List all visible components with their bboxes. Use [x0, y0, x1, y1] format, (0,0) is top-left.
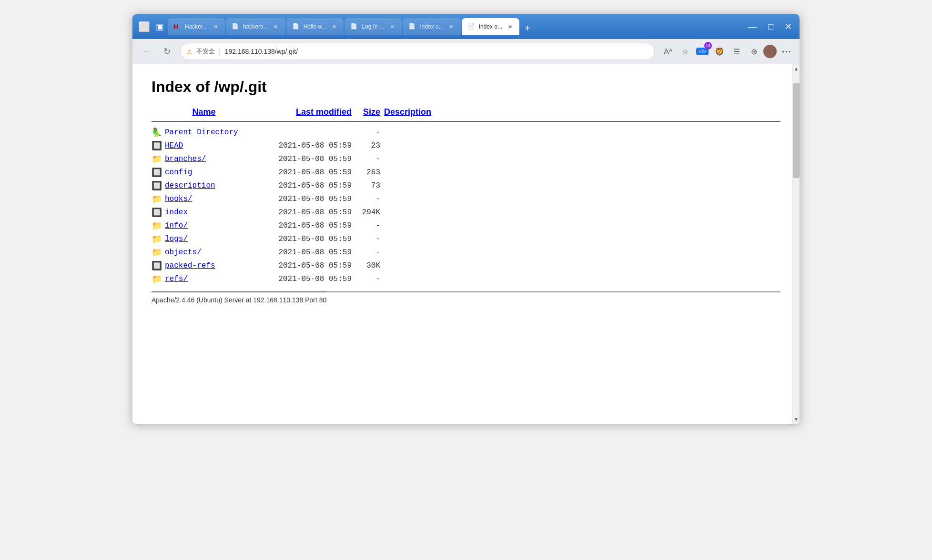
tab-favicon-3: 📄 — [292, 23, 300, 30]
header-name-link[interactable]: Name — [192, 107, 215, 117]
scrollbar[interactable]: ▲ ▼ — [792, 64, 800, 424]
head-link[interactable]: HEAD — [165, 141, 183, 150]
table-header: Name Last modified Size Description — [152, 107, 780, 122]
config-modified: 2021-05-08 05:59 — [256, 168, 352, 177]
server-footer: Apache/2.4.46 (Ubuntu) Server at 192.168… — [152, 291, 326, 304]
directory-listing: Name Last modified Size Description 🦜 Pa… — [152, 107, 780, 305]
refs-size: - — [352, 275, 380, 283]
row-config: 🔲 config 2021-05-08 05:59 263 — [152, 166, 780, 179]
objects-modified: 2021-05-08 05:59 — [256, 248, 352, 257]
tab-index-6[interactable]: 📄 Index o... ✕ — [462, 18, 519, 35]
tab-hackero[interactable]: 📄 hackero... ✕ — [226, 18, 285, 35]
refs-modified: 2021-05-08 05:59 — [256, 275, 352, 283]
header-size-link[interactable]: Size — [363, 107, 380, 117]
more-options-button[interactable]: ⋯ — [779, 44, 794, 59]
page-title: Index of /wp/.git — [152, 78, 780, 96]
config-size: 263 — [352, 168, 380, 177]
header-modified-link[interactable]: Last modified — [296, 107, 352, 117]
description-size: 73 — [352, 181, 380, 190]
maximize-button[interactable]: □ — [764, 20, 777, 33]
refresh-button[interactable]: ↻ — [159, 44, 174, 59]
packed-refs-size: 30K — [352, 261, 380, 270]
hooks-modified: 2021-05-08 05:59 — [256, 195, 352, 203]
tab-close-2[interactable]: ✕ — [272, 23, 280, 30]
index-link[interactable]: index — [165, 208, 188, 217]
tab-close-6[interactable]: ✕ — [506, 23, 514, 30]
security-text: 不安全 — [196, 47, 215, 56]
scrollbar-thumb[interactable] — [793, 83, 800, 178]
tab-close-4[interactable]: ✕ — [388, 23, 396, 30]
parent-dir-link[interactable]: Parent Directory — [165, 128, 238, 137]
tab-hacker[interactable]: H Hacker... ✕ — [168, 18, 225, 35]
branches-folder-icon: 📁 — [152, 154, 162, 164]
info-link[interactable]: info/ — [165, 221, 188, 230]
scroll-up-arrow[interactable]: ▲ — [792, 64, 800, 73]
logs-size: - — [352, 235, 380, 243]
tab-title-2: hackero... — [243, 23, 268, 30]
tab-close-1[interactable]: ✕ — [212, 23, 219, 30]
parent-dir-modified — [256, 128, 352, 137]
packed-refs-link[interactable]: packed-refs — [165, 261, 215, 270]
tab-login[interactable]: 📄 Log In ... ✕ — [344, 18, 402, 35]
objects-size: - — [352, 248, 380, 257]
new-tab-button[interactable]: + — [520, 21, 535, 35]
extensions-badge: 16 — [704, 42, 712, 50]
config-link[interactable]: config — [165, 168, 192, 177]
row-branches: 📁 branches/ 2021-05-08 05:59 - — [152, 152, 780, 166]
browser-window: ⬜ ▣ H Hacker... ✕ 📄 hackero... ✕ 📄 Hello… — [132, 14, 800, 424]
tab-favicon-1: H — [173, 23, 181, 30]
url-display: 192.168.110.138/wp/.git/ — [225, 48, 648, 55]
refs-folder-icon: 📁 — [152, 274, 162, 284]
index-size: 294K — [352, 208, 380, 217]
refs-link[interactable]: refs/ — [165, 275, 188, 283]
branches-size: - — [352, 155, 380, 163]
objects-link[interactable]: objects/ — [165, 248, 202, 257]
toolbar-actions: Aᴬ ☆ </> 16 🦁 ☰ ⊕ ⋯ — [660, 44, 794, 59]
hooks-link[interactable]: hooks/ — [165, 195, 192, 203]
security-warning-icon: ⚠ — [186, 48, 192, 55]
branches-link[interactable]: branches/ — [165, 155, 206, 163]
info-size: - — [352, 221, 380, 230]
close-button[interactable]: ✕ — [781, 20, 796, 33]
parent-dir-icon: 🦜 — [152, 127, 162, 138]
tab-favicon-5: 📄 — [408, 23, 416, 30]
row-index: 🔲 index 2021-05-08 05:59 294K — [152, 206, 780, 219]
back-button[interactable]: ← — [138, 44, 153, 59]
read-aloud-icon[interactable]: Aᴬ — [660, 44, 676, 59]
packed-refs-modified: 2021-05-08 05:59 — [256, 261, 352, 270]
tab-title-6: Index o... — [479, 23, 502, 30]
page-content: Index of /wp/.git Name Last modified Siz… — [132, 64, 800, 424]
favorite-icon[interactable]: ☆ — [678, 44, 693, 59]
address-bar: ← ↻ ⚠ 不安全 | 192.168.110.138/wp/.git/ Aᴬ … — [132, 39, 800, 64]
tab-title-5: Index o... — [420, 23, 443, 30]
add-to-sidebar-icon[interactable]: ⊕ — [746, 44, 761, 59]
collections-icon[interactable]: ☰ — [729, 44, 744, 59]
parent-dir-size: - — [352, 128, 380, 137]
logs-folder-icon: 📁 — [152, 234, 162, 244]
head-size: 23 — [352, 141, 380, 150]
tab-close-3[interactable]: ✕ — [330, 23, 338, 30]
minimize-button[interactable]: — — [744, 20, 760, 33]
index-modified: 2021-05-08 05:59 — [256, 208, 352, 217]
description-file-icon: 🔲 — [152, 180, 162, 191]
profile-avatar[interactable] — [763, 45, 777, 58]
row-head: 🔲 HEAD 2021-05-08 05:59 23 — [152, 139, 780, 152]
tab-favicon-6: 📄 — [467, 23, 475, 30]
description-link[interactable]: description — [165, 181, 215, 190]
tab-favicon-2: 📄 — [232, 23, 239, 30]
row-description: 🔲 description 2021-05-08 05:59 73 — [152, 179, 780, 192]
copilot-icon[interactable]: 🦁 — [712, 44, 727, 59]
config-file-icon: 🔲 — [152, 167, 162, 178]
tab-hello[interactable]: 📄 Hello w... ✕ — [286, 18, 344, 35]
description-modified: 2021-05-08 05:59 — [256, 181, 352, 190]
logs-link[interactable]: logs/ — [165, 235, 188, 243]
tab-close-5[interactable]: ✕ — [447, 23, 455, 30]
sidebar-toggle[interactable]: ▣ — [154, 20, 166, 34]
header-desc-link[interactable]: Description — [384, 107, 431, 117]
url-bar[interactable]: ⚠ 不安全 | 192.168.110.138/wp/.git/ — [180, 43, 655, 60]
tab-index-5[interactable]: 📄 Index o... ✕ — [403, 18, 460, 35]
extensions-icon[interactable]: </> 16 — [695, 44, 710, 59]
branches-modified: 2021-05-08 05:59 — [256, 155, 352, 163]
scroll-down-arrow[interactable]: ▼ — [792, 414, 800, 424]
logs-modified: 2021-05-08 05:59 — [256, 235, 352, 243]
